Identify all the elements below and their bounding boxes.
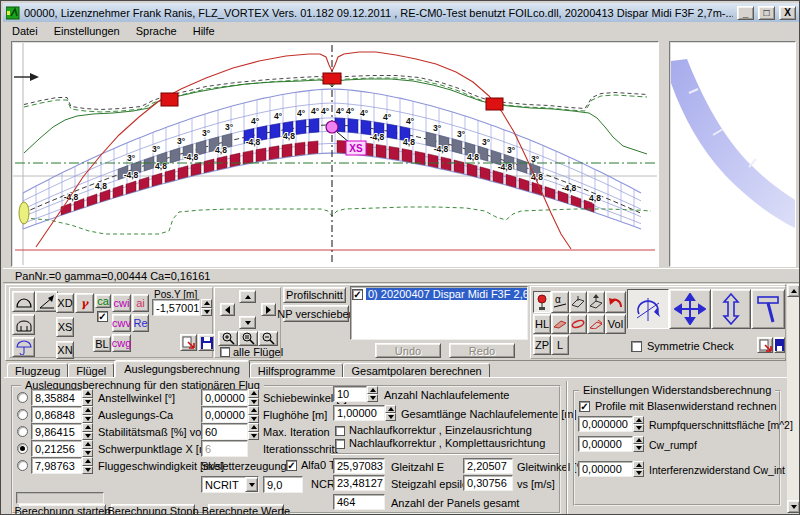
radio-fluggeschwindigkeit[interactable]	[17, 460, 28, 471]
vertical-scale-button[interactable]	[711, 289, 751, 329]
undo-button[interactable]: Undo	[375, 343, 441, 358]
vol-button[interactable]: Vol	[605, 314, 626, 334]
plan-item-checkbox[interactable]	[352, 289, 363, 300]
panel-skew-button[interactable]	[569, 291, 587, 313]
panel-scrollbar[interactable]	[787, 284, 800, 513]
interferenz-spinner[interactable]	[633, 461, 644, 477]
fluggeschwindigkeit-field[interactable]: 7,98763	[31, 457, 82, 474]
zoom-reset-button[interactable]	[238, 331, 258, 346]
3d-view[interactable]	[669, 41, 796, 267]
xd-button[interactable]: XD	[56, 293, 74, 313]
canopy-view-button[interactable]	[12, 291, 35, 312]
panel-lift-button[interactable]	[587, 291, 605, 313]
xn-button[interactable]: XN	[56, 341, 74, 359]
ai-button[interactable]: ai	[132, 294, 149, 312]
berechnete-werte-button[interactable]: Berechnete Werte	[208, 504, 284, 515]
redo-button[interactable]: Redo	[449, 343, 515, 358]
pin-tool-button[interactable]	[533, 291, 551, 313]
pan-left-button[interactable]	[220, 303, 235, 316]
scroll-up-button[interactable]	[787, 284, 800, 297]
tab-gesamtpolaren[interactable]: Gesamtpolaren berechnen	[343, 363, 489, 378]
alpha-tool-button[interactable]: α	[551, 291, 569, 313]
zoom-in-button[interactable]	[218, 331, 238, 346]
ca-button[interactable]: ca	[95, 294, 111, 308]
pane-splitter[interactable]	[659, 41, 669, 267]
menu-hilfe[interactable]: Hilfe	[186, 23, 222, 39]
fluggeschwindigkeit-spinner[interactable]	[82, 457, 93, 474]
undo-tool-button[interactable]	[605, 291, 626, 313]
maximize-button[interactable]: □	[758, 6, 775, 20]
alle-fluegel-checkbox[interactable]	[220, 347, 230, 357]
max-iteration-spinner[interactable]	[248, 423, 259, 440]
pan-right-button[interactable]	[261, 303, 276, 316]
interferenz-field[interactable]: 0,00000	[578, 461, 633, 477]
posy-field[interactable]: -1,57001	[152, 299, 200, 316]
cw-rumpf-spinner[interactable]	[633, 436, 644, 452]
skelett-combo-dropdown[interactable]	[245, 477, 258, 492]
gamma-button[interactable]: γ	[75, 293, 94, 313]
flughoehe-field[interactable]: 0,00000	[201, 406, 248, 423]
minimize-button[interactable]: _	[737, 6, 754, 20]
anstellwinkel-spinner[interactable]	[82, 389, 93, 406]
xs-button[interactable]: XS	[56, 317, 74, 337]
scroll-down-button[interactable]	[787, 500, 800, 513]
save-button[interactable]	[198, 334, 215, 351]
alpha-view-button[interactable]	[35, 291, 58, 312]
zoom-out-button[interactable]	[258, 331, 278, 346]
rumpfquerschnitt-field[interactable]: 0,000000	[578, 416, 633, 432]
plan-listbox[interactable]: 0) 20200407 Dispar Midi F3F 2,6m-1-Test	[350, 286, 528, 340]
move-tool-button[interactable]	[669, 289, 711, 329]
profilschnitt-button[interactable]: Profilschnitt	[283, 287, 346, 303]
plan-list-item[interactable]: 0) 20200407 Dispar Midi F3F 2,6m-1-Test	[351, 287, 527, 301]
tab-auslegungsberechnung[interactable]: Auslegungsberechnung	[114, 360, 250, 378]
schiebewinkel-field[interactable]: 0,00000	[201, 389, 248, 406]
zp-button[interactable]: ZP	[533, 335, 551, 355]
stabilitaetsmass-spinner[interactable]	[82, 423, 93, 440]
radio-stabilitaetsmass[interactable]	[17, 426, 28, 437]
nachlauf-komplett-checkbox[interactable]	[335, 439, 345, 449]
schwerpunktlage-field[interactable]: 0,21256	[31, 440, 82, 457]
schwerpunktlage-spinner[interactable]	[82, 440, 93, 457]
menu-einstellungen[interactable]: Einstellungen	[47, 23, 127, 39]
flughoehe-spinner[interactable]	[248, 406, 259, 423]
menu-datei[interactable]: Datei	[5, 23, 45, 39]
symmetrie-check-checkbox[interactable]	[631, 341, 642, 352]
rotate-tool-button[interactable]	[627, 289, 669, 329]
close-button[interactable]: X	[779, 6, 796, 20]
auslegungs-ca-spinner[interactable]	[82, 406, 93, 423]
flap-roll-button[interactable]	[569, 314, 587, 334]
tab-hilfsprogramme[interactable]: Hilfsprogramme	[250, 363, 344, 378]
gesamtlaenge-spinner[interactable]	[385, 405, 396, 421]
cwv-button[interactable]: cwv	[112, 314, 131, 332]
hangar-view-button[interactable]	[12, 314, 35, 335]
flap-flat-button[interactable]	[551, 314, 569, 334]
save-button-2[interactable]	[774, 337, 785, 353]
gesamtlaenge-field[interactable]: 1,00000	[333, 405, 385, 421]
radio-anstellwinkel[interactable]	[17, 392, 28, 403]
cwi-button[interactable]: cwi	[112, 294, 131, 312]
stabilitaetsmass-field[interactable]: 9,86415	[31, 423, 82, 440]
berechnung-stopp-button[interactable]: Berechnung Stopp	[111, 504, 195, 515]
hammer-tool-button[interactable]	[751, 289, 785, 329]
radio-schwerpunktlage[interactable]	[17, 443, 28, 454]
hl-button[interactable]: HL	[533, 314, 551, 334]
export-image-button-2[interactable]	[757, 337, 773, 353]
auslegungs-ca-field[interactable]: 0,86848	[31, 406, 82, 423]
schiebewinkel-spinner[interactable]	[248, 389, 259, 406]
menu-sprache[interactable]: Sprache	[129, 23, 184, 39]
rumpfquerschnitt-spinner[interactable]	[633, 416, 644, 432]
anzahl-nachlauf-field[interactable]: 10	[333, 386, 367, 402]
berechnung-starten-button[interactable]: Berechnung starten	[19, 504, 106, 515]
re-button[interactable]: Re	[132, 314, 149, 332]
cw-rumpf-field[interactable]: 0,00000	[578, 436, 633, 452]
nachlauf-einzel-checkbox[interactable]	[335, 426, 345, 436]
bl-button[interactable]: BL	[93, 336, 111, 352]
alfa0-tat-checkbox[interactable]	[286, 460, 297, 471]
pan-down-button[interactable]	[239, 316, 256, 329]
wing-planform-view[interactable]: 4°4°4°4°4°4°4°4°4°4°3°3°3°3°3°3°3°3°3°3°…	[11, 41, 659, 267]
umbrella-view-button[interactable]	[12, 337, 35, 357]
pan-up-button[interactable]	[239, 290, 256, 303]
export-image-button[interactable]	[180, 334, 197, 351]
max-iteration-field[interactable]: 60	[201, 423, 248, 440]
flap-set-button[interactable]	[587, 314, 605, 334]
